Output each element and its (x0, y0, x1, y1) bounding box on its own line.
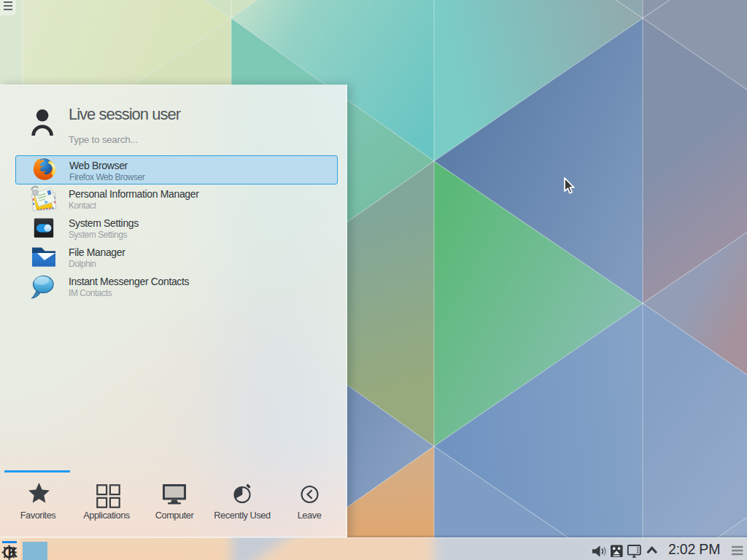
svg-text:K: K (7, 545, 18, 560)
